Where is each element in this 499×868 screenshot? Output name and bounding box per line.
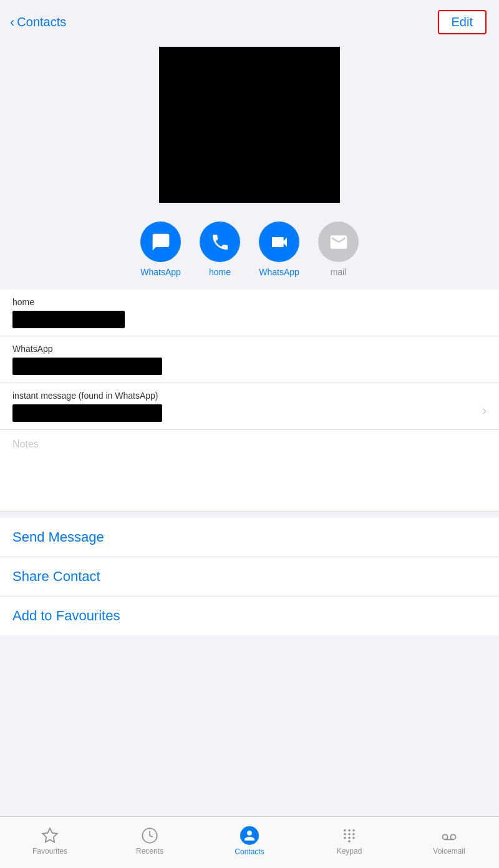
action-whatsapp-video[interactable]: WhatsApp	[259, 222, 299, 277]
svg-marker-0	[42, 828, 57, 842]
chevron-right-icon: ›	[482, 403, 487, 417]
whatsapp-info-row: WhatsApp	[0, 336, 499, 383]
svg-point-2	[344, 829, 346, 832]
notes-section[interactable]: Notes	[0, 430, 499, 511]
svg-point-11	[348, 841, 351, 843]
tab-voicemail[interactable]: Voicemail	[399, 827, 499, 856]
home-info-value	[12, 311, 125, 328]
tab-recents[interactable]: Recents	[100, 827, 200, 856]
tab-contacts[interactable]: Contacts	[200, 826, 299, 856]
whatsapp-video-circle	[259, 222, 299, 262]
voicemail-icon	[440, 827, 458, 844]
tab-voicemail-label: Voicemail	[433, 847, 465, 856]
svg-point-3	[348, 829, 351, 832]
edit-button[interactable]: Edit	[438, 10, 487, 34]
action-mail[interactable]: mail	[318, 222, 359, 277]
add-to-favourites-button[interactable]: Add to Favourites	[0, 597, 499, 635]
svg-point-10	[352, 837, 355, 839]
mail-label: mail	[331, 267, 347, 277]
action-whatsapp-message[interactable]: WhatsApp	[140, 222, 181, 277]
svg-point-8	[344, 837, 346, 839]
tab-keypad[interactable]: Keypad	[299, 827, 399, 856]
whatsapp-message-circle	[140, 222, 181, 262]
profile-photo	[159, 47, 340, 203]
clock-icon	[141, 827, 158, 844]
action-home-call[interactable]: home	[200, 222, 240, 277]
mail-circle	[318, 222, 359, 262]
svg-point-4	[352, 829, 355, 832]
contacts-tab-icon	[240, 826, 259, 845]
instant-message-label: instant message (found in WhatsApp)	[12, 391, 482, 401]
instant-message-row[interactable]: instant message (found in WhatsApp) ›	[0, 383, 499, 430]
phone-icon	[210, 232, 230, 252]
home-info-label: home	[12, 297, 487, 307]
svg-point-13	[450, 834, 455, 839]
svg-point-5	[344, 833, 346, 836]
action-list: Send Message Share Contact Add to Favour…	[0, 518, 499, 635]
notes-divider	[0, 511, 499, 512]
info-section: home WhatsApp instant message (found in …	[0, 290, 499, 430]
instant-message-value	[12, 404, 162, 422]
back-label: Contacts	[17, 15, 66, 29]
instant-message-content: instant message (found in WhatsApp)	[12, 391, 482, 422]
notes-placeholder: Notes	[12, 439, 39, 449]
profile-photo-container	[0, 41, 499, 215]
tab-recents-label: Recents	[136, 847, 163, 856]
tab-bar: Favourites Recents Contacts	[0, 816, 499, 868]
svg-point-12	[443, 834, 448, 839]
home-info-row: home	[0, 290, 499, 336]
person-icon	[243, 829, 256, 842]
back-button[interactable]: ‹ Contacts	[10, 14, 66, 31]
svg-point-6	[348, 833, 351, 836]
svg-point-9	[348, 837, 351, 839]
share-contact-button[interactable]: Share Contact	[0, 557, 499, 597]
svg-point-7	[352, 833, 355, 836]
whatsapp-info-label: WhatsApp	[12, 344, 487, 354]
mail-icon	[329, 232, 349, 252]
action-buttons-row: WhatsApp home WhatsApp	[0, 215, 499, 290]
tab-favourites-label: Favourites	[32, 847, 67, 856]
home-call-circle	[200, 222, 240, 262]
message-icon	[151, 232, 171, 252]
whatsapp-video-label: WhatsApp	[259, 267, 299, 277]
keypad-icon	[341, 827, 358, 844]
whatsapp-message-label: WhatsApp	[140, 267, 181, 277]
home-call-label: home	[209, 267, 231, 277]
star-icon	[41, 827, 59, 844]
whatsapp-info-value	[12, 358, 162, 375]
header: ‹ Contacts Edit	[0, 0, 499, 41]
send-message-button[interactable]: Send Message	[0, 518, 499, 557]
tab-favourites[interactable]: Favourites	[0, 827, 100, 856]
tab-keypad-label: Keypad	[337, 847, 362, 856]
tab-contacts-label: Contacts	[235, 847, 264, 856]
back-chevron-icon: ‹	[10, 14, 14, 31]
video-icon	[269, 232, 289, 252]
